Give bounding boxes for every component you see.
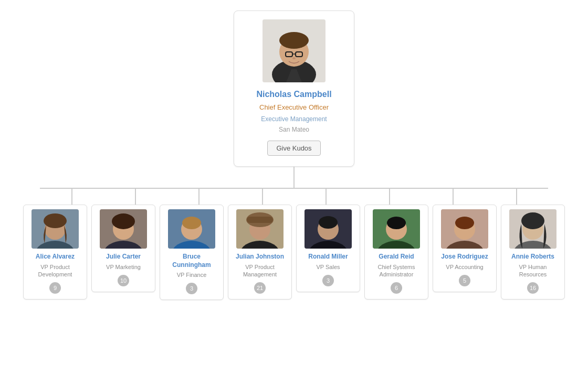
svg-point-36 bbox=[455, 217, 474, 229]
child-count-alice-alvarez: 9 bbox=[49, 282, 61, 294]
branch-8 bbox=[516, 189, 517, 205]
ceo-department: Executive Management bbox=[261, 115, 327, 123]
branch-7 bbox=[453, 189, 454, 205]
child-title-julian-johnston: VP Product Management bbox=[233, 263, 287, 278]
svg-point-19 bbox=[182, 217, 201, 229]
child-photo-alice-alvarez bbox=[32, 209, 79, 249]
child-card-ronald-miller[interactable]: Ronald MillerVP Sales3 bbox=[296, 205, 360, 292]
child-count-jose-rodriguez: 5 bbox=[459, 275, 470, 286]
child-title-jose-rodriguez: VP Accounting bbox=[446, 263, 483, 271]
child-name-annie-roberts: Annie Roberts bbox=[511, 253, 554, 261]
ceo-title: Chief Executive Officer bbox=[259, 103, 329, 111]
org-chart: Nicholas Campbell Chief Executive Office… bbox=[0, 0, 588, 321]
child-name-jose-rodriguez: Jose Rodriguez bbox=[441, 253, 488, 261]
branch-4 bbox=[262, 189, 263, 205]
svg-rect-24 bbox=[247, 217, 273, 223]
connector-branches bbox=[40, 189, 548, 205]
svg-point-15 bbox=[112, 213, 135, 229]
child-count-annie-roberts: 16 bbox=[527, 282, 539, 294]
child-title-julie-carter: VP Marketing bbox=[106, 263, 141, 271]
child-name-bruce-cunningham: Bruce Cunningham bbox=[164, 253, 219, 269]
child-photo-julie-carter bbox=[100, 209, 147, 249]
svg-point-28 bbox=[319, 216, 338, 229]
child-photo-ronald-miller bbox=[304, 209, 352, 249]
child-card-jose-rodriguez[interactable]: Jose RodriguezVP Accounting5 bbox=[433, 205, 497, 292]
svg-point-7 bbox=[292, 57, 296, 59]
branch-6 bbox=[389, 189, 390, 205]
connector-vertical-ceo bbox=[293, 167, 295, 188]
child-name-ronald-miller: Ronald Miller bbox=[308, 253, 348, 261]
child-title-annie-roberts: VP Human Resources bbox=[506, 263, 560, 278]
child-name-gerald-reid: Gerald Reid bbox=[379, 253, 414, 261]
child-count-gerald-reid: 6 bbox=[391, 282, 402, 294]
branch-5 bbox=[326, 189, 327, 205]
child-count-bruce-cunningham: 3 bbox=[186, 283, 197, 294]
branch-1 bbox=[71, 189, 72, 205]
child-photo-julian-johnston bbox=[236, 209, 284, 249]
branch-2 bbox=[135, 189, 136, 205]
child-card-julie-carter[interactable]: Julie CarterVP Marketing10 bbox=[91, 205, 155, 292]
branch-3 bbox=[198, 189, 200, 205]
child-photo-jose-rodriguez bbox=[441, 209, 488, 249]
child-title-bruce-cunningham: VP Finance bbox=[177, 271, 207, 278]
ceo-location: San Mateo bbox=[279, 126, 309, 133]
svg-point-40 bbox=[521, 212, 544, 229]
child-title-ronald-miller: VP Sales bbox=[316, 263, 340, 271]
child-count-ronald-miller: 3 bbox=[322, 275, 334, 286]
svg-point-3 bbox=[279, 32, 309, 49]
ceo-name: Nicholas Campbell bbox=[256, 90, 331, 99]
child-name-julie-carter: Julie Carter bbox=[106, 253, 141, 261]
child-card-julian-johnston[interactable]: Julian JohnstonVP Product Management21 bbox=[228, 205, 292, 299]
child-card-alice-alvarez[interactable]: Alice AlvarezVP Product Development9 bbox=[23, 205, 87, 299]
child-count-julian-johnston: 21 bbox=[254, 282, 266, 294]
child-count-julie-carter: 10 bbox=[118, 275, 129, 286]
child-photo-bruce-cunningham bbox=[168, 209, 215, 249]
give-kudos-button[interactable]: Give Kudos bbox=[267, 141, 320, 156]
child-title-gerald-reid: Chief Systems Administrator bbox=[369, 263, 424, 278]
child-card-annie-roberts[interactable]: Annie RobertsVP Human Resources16 bbox=[501, 205, 565, 299]
child-title-alice-alvarez: VP Product Development bbox=[28, 263, 82, 278]
child-photo-gerald-reid bbox=[373, 209, 420, 249]
children-row: Alice AlvarezVP Product Development9Juli… bbox=[5, 205, 583, 300]
child-card-gerald-reid[interactable]: Gerald ReidChief Systems Administrator6 bbox=[364, 205, 428, 299]
ceo-photo bbox=[262, 19, 326, 82]
child-name-alice-alvarez: Alice Alvarez bbox=[36, 253, 75, 261]
child-card-bruce-cunningham[interactable]: Bruce CunninghamVP Finance3 bbox=[160, 205, 224, 300]
svg-point-11 bbox=[44, 213, 67, 228]
child-name-julian-johnston: Julian Johnston bbox=[236, 253, 284, 261]
ceo-card: Nicholas Campbell Chief Executive Office… bbox=[234, 10, 354, 167]
svg-point-32 bbox=[387, 217, 406, 229]
child-photo-annie-roberts bbox=[509, 209, 556, 249]
